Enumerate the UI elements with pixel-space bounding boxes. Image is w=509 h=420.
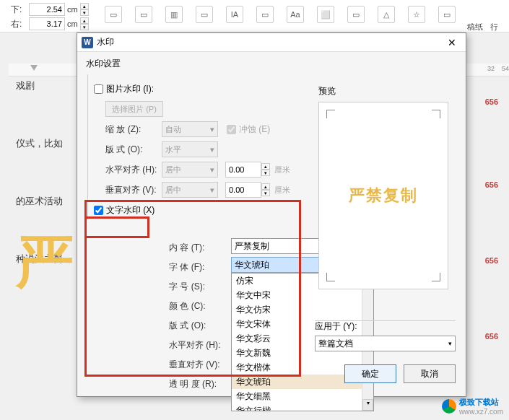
doc-text-3: 的巫术活动 [16,195,81,208]
preview-canvas: 严禁复制 [318,102,448,289]
halign2-label: 水平对齐 (H): [169,339,225,351]
font-option[interactable]: 华文中宋 [232,288,373,302]
margin-unit: cm [67,19,78,28]
site-logo-icon [442,399,456,414]
text-watermark-checkbox[interactable] [94,206,103,215]
unit-cm: 厘米 [274,185,290,196]
margin-bottom-spinner[interactable]: ▴▾ [80,3,89,16]
halign-combo[interactable]: 居中▾ [162,162,218,178]
transparency-label: 透 明 度 (R): [169,378,225,390]
select-picture-button[interactable]: 选择图片 (P) [105,101,163,117]
image-watermark-label: 图片水印 (I): [106,83,154,95]
unit-cm: 厘米 [274,165,290,175]
site-url: www.xz7.com [459,408,503,416]
toolbar-icon-10[interactable]: △ [378,6,395,23]
font-label: 字 体 (F): [169,261,225,274]
document-watermark: 严 [16,224,74,302]
toolbar-icon-8[interactable]: ⬜ [317,6,334,23]
halign-offset[interactable]: 0.00 [225,162,261,178]
toolbar-icon-2[interactable]: ▭ [135,6,152,23]
valign-spinner[interactable]: ▴▾ [261,183,270,196]
margin-bottom-input[interactable] [29,3,65,16]
font-option[interactable]: 华文细黑 [232,389,373,403]
toolbar-icon-9[interactable]: ▭ [347,6,365,23]
toolbar-icon-4[interactable]: ▭ [196,6,213,23]
layout-label: 版 式 (O): [105,144,162,156]
margin-bottom-label: 下: [11,4,29,16]
dialog-title: 水印 [97,36,443,48]
toolbar-icon-5[interactable]: IA [226,6,243,23]
toolbar-icon-11[interactable]: ☆ [408,6,425,23]
text-watermark-label: 文字水印 (X) [106,204,155,216]
app-icon: W [82,37,93,48]
preview-label: 预览 [318,85,456,97]
doc-text-2: 仪式，比如 [16,137,81,150]
side-marker-2: 656 [485,180,498,189]
layout-combo[interactable]: 水平▾ [162,141,218,157]
margin-right-label: 右: [11,18,29,30]
valign2-label: 垂直对齐 (V): [169,359,225,371]
erode-checkbox[interactable] [227,125,236,134]
apply-to-label: 应用于 (Y): [315,320,456,333]
font-option[interactable]: 华文仿宋 [232,302,373,317]
zoom-label: 缩 放 (Z): [105,123,162,136]
side-marker-3: 656 [485,256,498,265]
valign-label: 垂直对齐 (V): [105,184,162,196]
toolbar-label-paper[interactable]: 稿纸 [467,22,483,32]
font-option[interactable]: 华文行楷 [232,403,373,411]
cancel-button[interactable]: 取消 [404,364,456,383]
side-marker-1: 656 [485,97,498,106]
ruler-numbers: 3254 [487,65,509,72]
apply-to-combo[interactable]: 整篇文档▾ [315,336,456,351]
margin-unit: cm [67,5,78,14]
erode-label: 冲蚀 (E) [239,123,270,136]
toolbar-label-line[interactable]: 行 [490,22,498,32]
toolbar-icon-3[interactable]: ▥ [165,6,183,23]
doc-text-1: 戏剧 [16,79,81,92]
side-marker-4: 656 [485,332,498,341]
color-label: 颜 色 (C): [169,300,225,312]
preview-watermark-text: 严禁复制 [349,185,418,206]
valign-combo[interactable]: 居中▾ [162,182,218,198]
valign-offset[interactable]: 0.00 [225,182,261,198]
ok-button[interactable]: 确定 [344,364,396,383]
zoom-combo[interactable]: 自动▾ [162,121,218,137]
site-watermark: 极致下载站 www.xz7.com [442,397,503,416]
halign-spinner[interactable]: ▴▾ [261,163,270,176]
fontsize-label: 字 号 (S): [169,281,225,293]
toolbar-icon-7[interactable]: Aa [287,6,304,23]
content-label: 内 容 (T): [169,242,225,254]
layout2-label: 版 式 (O): [169,320,225,332]
site-name: 极致下载站 [459,397,503,408]
margin-right-spinner[interactable]: ▴▾ [80,17,89,30]
toolbar-icon-1[interactable]: ▭ [105,6,122,23]
image-watermark-checkbox[interactable] [94,84,103,94]
toolbar-icon-6[interactable]: ▭ [256,6,274,23]
margin-right-input[interactable] [29,17,65,30]
close-button[interactable]: ✕ [443,37,461,48]
toolbar-icon-12[interactable]: ▭ [438,6,456,23]
watermark-dialog: W 水印 ✕ 水印设置 图片水印 (I): 选择图片 (P) 缩 放 (Z): … [77,32,466,397]
halign-label: 水平对齐 (H): [105,164,162,176]
group-label: 水印设置 [86,58,457,70]
